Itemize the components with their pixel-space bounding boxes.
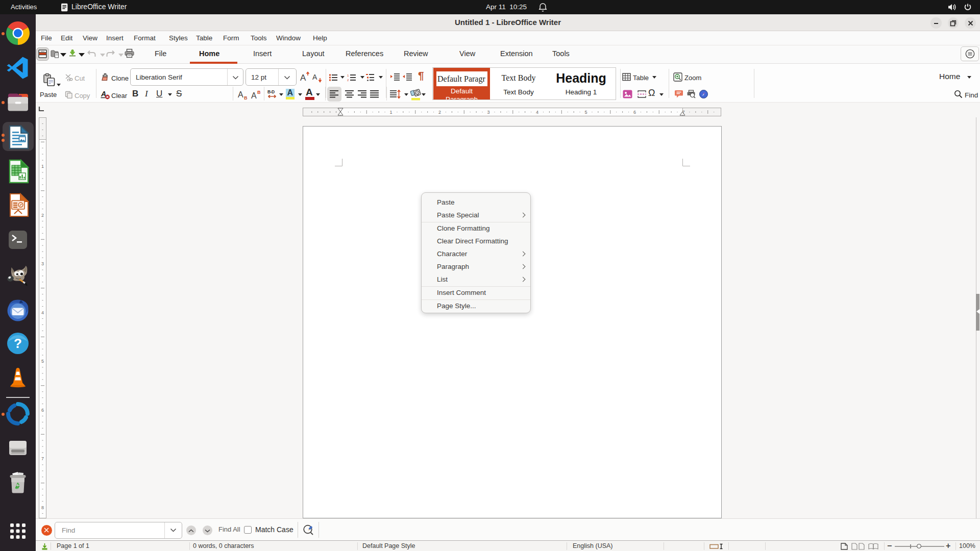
svg-text:2: 2 (438, 110, 441, 115)
svg-text:1: 1 (347, 74, 349, 77)
svg-text:1: 1 (389, 110, 392, 115)
svg-text:B: B (244, 95, 248, 101)
svg-text:8: 8 (41, 505, 44, 510)
svg-text:7: 7 (682, 110, 684, 115)
svg-text:5: 5 (41, 359, 44, 364)
svg-text:2: 2 (347, 79, 349, 82)
svg-text:3: 3 (41, 261, 44, 266)
svg-text:6: 6 (41, 408, 44, 413)
svg-text:B-D: B-D (267, 89, 275, 94)
svg-text:A: A (300, 73, 306, 83)
svg-text:4: 4 (536, 110, 538, 115)
svg-text:B: B (257, 90, 261, 95)
svg-text:4: 4 (41, 310, 44, 315)
svg-text:2: 2 (41, 213, 44, 218)
svg-text:5: 5 (584, 110, 587, 115)
svg-text:A: A (238, 90, 243, 99)
svg-text:A: A (312, 73, 317, 81)
svg-text:3: 3 (487, 110, 489, 115)
svg-text:A: A (251, 91, 257, 100)
svg-text:6: 6 (633, 110, 636, 115)
svg-text:7: 7 (41, 456, 44, 461)
svg-text:?: ? (14, 336, 22, 351)
svg-text:1: 1 (41, 164, 44, 169)
